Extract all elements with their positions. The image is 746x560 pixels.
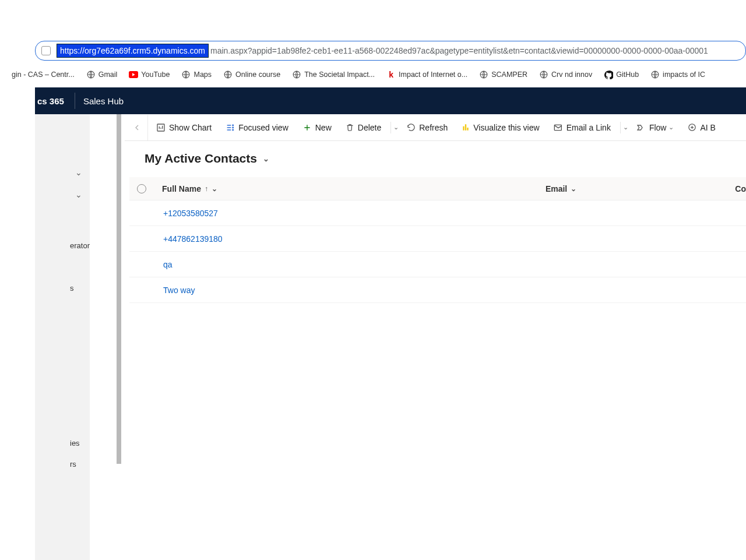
bookmarks-bar: gin - CAS – Centr... Gmail YouTube Maps … [12, 66, 746, 83]
browser-address-bar[interactable]: https://org7e62a69f.crm5.dynamics.com ma… [35, 41, 746, 61]
column-header-fullname[interactable]: Full Name ↑ ⌄ [154, 184, 537, 193]
bookmark-item[interactable]: gin - CAS – Centr... [12, 71, 75, 79]
app-hub-name[interactable]: Sales Hub [75, 96, 124, 106]
cmd-label: Delete [358, 123, 381, 132]
email-link-button[interactable]: Email a Link [548, 119, 617, 136]
cmd-label: Focused view [238, 123, 288, 132]
chevron-down-icon[interactable]: ⌄ [623, 124, 628, 131]
globe-icon [650, 70, 660, 79]
command-bar: Show Chart Focused view New Delete ⌄ Ref… [125, 114, 746, 141]
bookmark-label: SCAMPER [491, 71, 527, 79]
fullname-link[interactable]: qa [155, 260, 556, 269]
github-icon [604, 70, 613, 79]
svg-point-10 [233, 127, 234, 128]
cmd-label: AI B [700, 123, 715, 132]
select-all-checkbox[interactable] [129, 184, 154, 193]
bookmark-item[interactable]: Maps [181, 70, 212, 79]
bookmark-label: Impact of Internet o... [399, 71, 467, 79]
url-selected-portion[interactable]: https://org7e62a69f.crm5.dynamics.com [57, 44, 209, 58]
bookmark-label: Maps [193, 71, 212, 79]
contacts-grid: Full Name ↑ ⌄ Email ⌄ Co +12053580527 +4… [129, 177, 746, 303]
table-row[interactable]: Two way [129, 277, 746, 303]
sidebar-item-partial[interactable]: ies [70, 439, 80, 448]
bookmark-item[interactable]: Online course [223, 70, 280, 79]
bookmark-item[interactable]: GitHub [604, 70, 639, 79]
chevron-down-icon[interactable]: ⌄ [393, 124, 399, 131]
bookmark-label: GitHub [616, 71, 639, 79]
divider [620, 122, 621, 133]
chevron-down-icon: ⌄ [263, 154, 269, 163]
column-header-email[interactable]: Email ⌄ [537, 184, 727, 193]
table-row[interactable]: +12053580527 [129, 200, 746, 226]
bookmark-label: Gmail [98, 71, 118, 79]
table-row[interactable]: qa [129, 252, 746, 277]
cmd-label: Email a Link [566, 123, 611, 132]
bookmark-label: The Societal Impact... [304, 71, 375, 79]
column-header-co[interactable]: Co [727, 184, 746, 193]
app-top-bar: cs 365 Sales Hub [35, 87, 746, 114]
chevron-down-icon: ⌄ [571, 185, 576, 193]
bookmark-label: Online course [235, 71, 280, 79]
bookmark-item[interactable]: SCAMPER [479, 70, 527, 79]
cmd-label: New [315, 123, 332, 132]
url-remainder[interactable]: main.aspx?appid=1ab98fe2-ceb1-ee11-a568-… [210, 46, 708, 55]
k-icon: k [386, 70, 396, 79]
globe-icon [86, 70, 96, 79]
flow-button[interactable]: Flow ⌄ [631, 119, 680, 136]
chevron-down-icon[interactable]: ⌄ [75, 190, 82, 199]
cmd-label: Refresh [419, 123, 448, 132]
bookmark-item[interactable]: k Impact of Internet o... [386, 70, 467, 79]
bookmark-label: YouTube [141, 71, 170, 79]
globe-icon [479, 70, 488, 79]
fullname-link[interactable]: Two way [155, 286, 556, 295]
app-name[interactable]: cs 365 [35, 93, 75, 109]
svg-point-11 [233, 129, 234, 131]
table-row[interactable]: +447862139180 [129, 226, 746, 252]
col-label: Full Name [162, 184, 201, 193]
bookmark-item[interactable]: The Societal Impact... [292, 70, 375, 79]
left-scrollbar[interactable] [117, 114, 121, 464]
back-button[interactable] [126, 115, 148, 140]
bookmark-item[interactable]: YouTube [129, 70, 170, 79]
globe-icon [539, 70, 548, 79]
fullname-link[interactable]: +447862139180 [155, 234, 556, 244]
col-label: Email [546, 184, 567, 193]
youtube-icon [129, 70, 138, 79]
focused-view-button[interactable]: Focused view [220, 119, 294, 136]
sidebar-item-partial[interactable]: s [70, 284, 74, 293]
chevron-down-icon[interactable]: ⌄ [668, 124, 674, 131]
divider [390, 122, 391, 133]
bookmark-label: impacts of IC [663, 71, 705, 79]
bookmark-label: gin - CAS – Centr... [12, 71, 75, 79]
new-button[interactable]: New [297, 119, 337, 136]
sidebar-item-partial[interactable]: rs [70, 460, 76, 469]
grid-header-row: Full Name ↑ ⌄ Email ⌄ Co [129, 177, 746, 200]
bookmark-item[interactable]: Gmail [86, 70, 118, 79]
sidebar-item-partial[interactable]: erator [70, 241, 90, 250]
globe-icon [223, 70, 233, 79]
cmd-label: Show Chart [169, 123, 212, 132]
cmd-label: Flow [649, 123, 667, 132]
bookmark-item[interactable]: impacts of IC [650, 70, 705, 79]
fullname-link[interactable]: +12053580527 [155, 209, 556, 218]
bookmark-label: Crv nd innov [551, 71, 592, 79]
view-name: My Active Contacts [145, 152, 257, 165]
visualize-view-button[interactable]: Visualize this view [456, 119, 545, 136]
view-selector[interactable]: My Active Contacts ⌄ [145, 152, 269, 165]
sort-ascending-icon: ↑ [205, 185, 208, 193]
ai-builder-button[interactable]: AI B [682, 119, 721, 136]
bookmark-item[interactable]: Crv nd innov [539, 70, 592, 79]
chevron-down-icon: ⌄ [212, 185, 217, 193]
cmd-label: Visualize this view [473, 123, 539, 132]
delete-button[interactable]: Delete [340, 119, 387, 136]
site-info-icon[interactable] [41, 46, 51, 55]
globe-icon [292, 70, 301, 79]
show-chart-button[interactable]: Show Chart [150, 119, 217, 136]
refresh-button[interactable]: Refresh [401, 119, 453, 136]
globe-icon [181, 70, 191, 79]
svg-point-9 [233, 125, 234, 126]
chevron-down-icon[interactable]: ⌄ [75, 168, 82, 177]
col-label: Co [735, 184, 746, 193]
